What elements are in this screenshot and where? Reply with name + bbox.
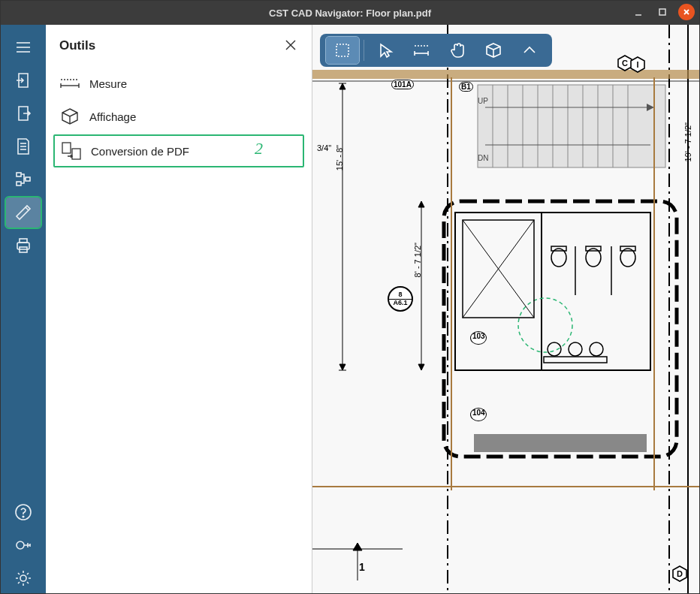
menu-pdf-conversion[interactable]: Conversion de PDF <box>53 134 304 167</box>
settings-icon[interactable] <box>6 563 41 593</box>
svg-rect-10 <box>17 173 21 176</box>
close-panel-icon[interactable] <box>285 39 298 53</box>
menu-label: Conversion de PDF <box>91 145 189 158</box>
svg-point-50 <box>548 342 561 356</box>
titlebar: CST CAD Navigator: Floor plan.pdf <box>1 1 699 25</box>
svg-rect-27 <box>72 149 80 159</box>
view3d-tool[interactable] <box>477 37 510 64</box>
drawing-canvas[interactable]: 3/4" 15' - 8" 8' - 7 1/2" 19' - 7 1/2" U… <box>312 25 699 593</box>
svg-rect-39 <box>455 213 650 370</box>
svg-rect-11 <box>17 182 21 185</box>
close-button[interactable] <box>678 4 695 20</box>
svg-point-52 <box>590 342 603 356</box>
room-tag: B1 <box>459 82 473 92</box>
dimension-label: 3/4" <box>317 143 331 152</box>
toolbar-separator <box>364 40 364 61</box>
room-tag: 101A <box>391 80 414 89</box>
svg-rect-1 <box>659 9 665 15</box>
dimension-label: 8' - 7 1/2" <box>413 243 422 277</box>
pdf-convert-icon <box>61 140 82 161</box>
import-icon[interactable] <box>6 98 41 128</box>
measure-tool[interactable] <box>405 37 438 64</box>
detail-bot: A6.1 <box>393 300 407 306</box>
menu-label: Mesure <box>89 77 127 90</box>
panel-title: Outils <box>59 38 95 53</box>
sidebar: 1 <box>1 25 46 593</box>
svg-point-19 <box>20 575 26 581</box>
cube-icon <box>59 106 80 127</box>
svg-rect-12 <box>26 177 30 181</box>
svg-rect-28 <box>336 44 348 56</box>
collapse-tool[interactable] <box>513 37 546 64</box>
svg-point-18 <box>17 541 24 549</box>
tree-icon[interactable] <box>6 164 41 194</box>
document-icon[interactable] <box>6 131 41 161</box>
pan-tool[interactable] <box>441 37 474 64</box>
print-icon[interactable] <box>6 231 41 261</box>
panel-header: Outils <box>46 29 312 67</box>
export-icon[interactable] <box>6 65 41 95</box>
floor-plan-drawing <box>312 25 699 593</box>
tools-icon[interactable]: 1 <box>6 197 41 228</box>
grid-marker: D <box>671 565 688 582</box>
select-tool[interactable] <box>326 37 359 64</box>
svg-rect-58 <box>478 85 665 167</box>
viewer-toolbar <box>320 34 552 67</box>
dimension-label: 19' - 7 1/2" <box>683 122 692 161</box>
menu-measure[interactable]: Mesure <box>46 67 312 100</box>
svg-text:I: I <box>636 60 638 69</box>
window-controls <box>630 4 695 20</box>
stair-dn-label: DN <box>478 154 488 162</box>
tools-panel: Outils Mesure Affichage <box>46 25 312 593</box>
room-tag: 104 <box>470 408 487 421</box>
menu-display[interactable]: Affichage <box>46 100 312 133</box>
svg-rect-26 <box>62 143 71 153</box>
window-title: CST CAD Navigator: Floor plan.pdf <box>269 8 431 19</box>
login-icon[interactable] <box>6 530 41 560</box>
svg-point-54 <box>518 298 572 352</box>
grid-marker: I <box>629 56 646 73</box>
measure-icon <box>59 73 80 94</box>
minimize-button[interactable] <box>630 4 647 20</box>
app-window: CST CAD Navigator: Floor plan.pdf <box>0 0 700 594</box>
dimension-label: 15' - 8" <box>335 145 344 170</box>
maximize-button[interactable] <box>654 4 671 20</box>
svg-rect-14 <box>20 239 27 243</box>
menu-label: Affichage <box>89 110 136 123</box>
pointer-tool[interactable] <box>369 37 402 64</box>
svg-text:D: D <box>677 569 683 578</box>
room-tag: 103 <box>470 331 487 345</box>
svg-rect-53 <box>544 357 607 363</box>
svg-text:C: C <box>622 59 628 68</box>
stair-up-label: UP <box>478 97 488 105</box>
svg-point-51 <box>569 342 582 356</box>
detail-callout: 8 A6.1 <box>388 286 413 312</box>
svg-rect-69 <box>474 434 647 452</box>
floor-number: 1 <box>359 561 365 573</box>
help-icon[interactable] <box>6 497 41 527</box>
svg-point-17 <box>23 516 24 517</box>
menu-icon[interactable] <box>6 32 41 62</box>
app-body: 1 Outils <box>1 25 699 593</box>
